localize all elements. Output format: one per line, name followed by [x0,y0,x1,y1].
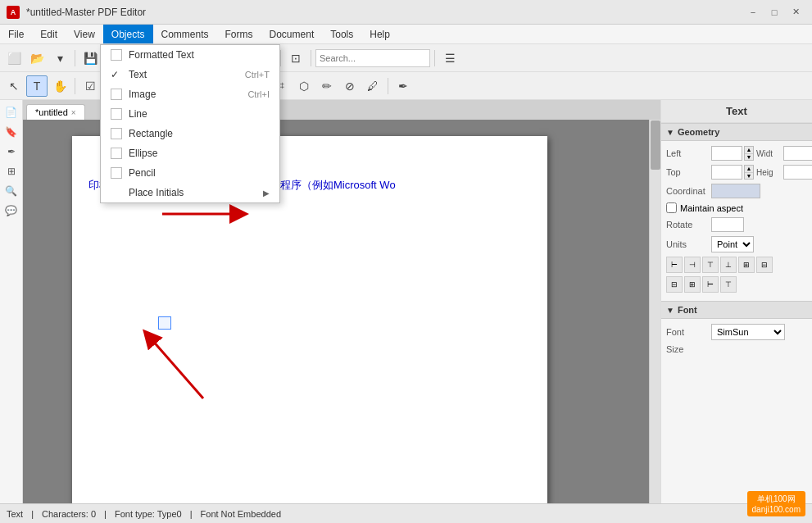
height-label: Heig [756,168,781,177]
font-select[interactable]: SimSun Arial Times New Roman [711,324,785,340]
open-dropdown[interactable]: ▾ [49,48,70,69]
align-right-icon[interactable]: ⊤ [702,257,719,273]
vertical-scrollbar[interactable] [649,120,660,503]
dist-top-icon[interactable]: ⊤ [720,276,737,293]
image-checkbox [111,89,122,100]
sidebar-bookmarks[interactable]: 🔖 [2,123,20,141]
rectangle-label: Rectangle [129,128,270,139]
page-tab-close[interactable]: × [71,108,76,117]
ellipse-checkbox [111,148,122,159]
size-row: Size [666,344,807,354]
menu-document[interactable]: Document [261,25,323,43]
pencil-draw-tool[interactable]: ✏ [316,75,338,97]
menu-forms[interactable]: Forms [217,25,261,43]
left-sidebar: 📄 🔖 ✒ ⊞ 🔍 💬 [0,100,23,503]
eraser-tool[interactable]: ⊘ [339,75,361,97]
text-tool[interactable]: T [26,75,48,97]
menu-tools[interactable]: Tools [322,25,361,43]
dist-center-h-icon[interactable]: ⊞ [684,276,701,293]
align-left-icon[interactable]: ⊢ [666,257,683,273]
menu-file[interactable]: File [0,25,32,43]
coordinate-input[interactable]: Absol [711,184,760,198]
menu-comments[interactable]: Comments [153,25,217,43]
units-row: Units Point mm inch [666,236,807,252]
menu-objects[interactable]: Objects [103,25,153,43]
align-bottom-icon[interactable]: ⊟ [756,257,773,273]
search-input[interactable] [315,49,430,67]
top-height-row: Top ▲ ▼ Heig ▲ ▼ [666,165,807,180]
font-label: Font [666,327,709,337]
close-button[interactable]: ✕ [786,4,805,20]
menu-item-formatted-text[interactable]: Formatted Text [101,45,279,65]
sep7 [75,78,75,94]
new-button[interactable]: ⬜ [3,48,25,69]
dist-right-icon[interactable]: ⊢ [702,276,719,293]
menu-item-text[interactable]: ✓ Text Ctrl+T [101,65,279,84]
menu-item-pencil[interactable]: Pencil [101,163,279,183]
height-spinner: ▲ ▼ [783,165,812,180]
geometry-section-header[interactable]: ▼ Geometry [661,123,812,141]
pencil-checkbox [111,167,122,179]
menu-edit[interactable]: Edit [32,25,66,43]
sidebar-comments[interactable]: 💬 [2,202,20,220]
left-arrows[interactable]: ▲ ▼ [744,146,754,161]
width-label: Widt [756,149,781,158]
hand-tool[interactable]: ✋ [49,75,70,97]
sign-tool[interactable]: ✒ [392,75,414,97]
align-top-icon[interactable]: ⊥ [720,257,737,273]
menu-help[interactable]: Help [361,25,398,43]
sidebar-pages[interactable]: 📄 [2,103,20,121]
scrollbar-thumb[interactable] [651,121,660,170]
width-value [783,146,812,161]
select-tool[interactable]: ↖ [3,75,25,97]
menu-item-rectangle[interactable]: Rectangle [101,124,279,143]
status-separator2: | [104,509,107,519]
minimize-button[interactable]: − [743,4,763,20]
open-button[interactable]: 📂 [26,48,48,69]
maximize-button[interactable]: □ [764,4,784,20]
menu-item-place-initials[interactable]: Place Initials ▶ [101,183,279,202]
align-center-v-icon[interactable]: ⊞ [738,257,755,273]
menu-item-line[interactable]: Line [101,104,279,124]
menu-button[interactable]: ☰ [439,48,460,69]
text-selection-box [158,316,171,330]
units-select[interactable]: Point mm inch [711,236,754,252]
coordinate-row: Coordinat Absol [666,184,807,198]
place-initials-label: Place Initials [129,187,256,198]
height-value [783,165,812,180]
shape-tool[interactable]: ⬡ [293,75,315,97]
maintain-aspect-checkbox[interactable] [666,202,677,213]
right-panel: Text ▼ Geometry Left ▲ ▼ Widt [660,100,812,503]
menu-item-image[interactable]: Image Ctrl+I [101,84,279,104]
fit-button[interactable]: ⊡ [285,48,306,69]
checkbox-tool[interactable]: ☑ [79,75,101,97]
objects-dropdown-menu: Formatted Text ✓ Text Ctrl+T Image Ctrl+… [100,44,280,203]
formatted-text-checkbox [111,49,122,61]
left-width-row: Left ▲ ▼ Widt ▲ ▼ [666,146,807,161]
watermark-line2: danji100.com [752,505,801,514]
top-arrows[interactable]: ▲ ▼ [744,165,754,180]
stamp-tool[interactable]: 🖊 [362,75,383,97]
menu-item-ellipse[interactable]: Ellipse [101,143,279,163]
sidebar-search[interactable]: 🔍 [2,182,20,200]
sidebar-layers[interactable]: ⊞ [2,162,20,180]
page-tab-untitled[interactable]: *untitled × [26,104,85,120]
sidebar-signatures[interactable]: ✒ [2,143,20,161]
sep5 [311,50,311,66]
menu-view[interactable]: View [66,25,103,43]
top-down[interactable]: ▼ [745,173,753,180]
font-section-header[interactable]: ▼ Font [661,301,812,319]
sep4 [280,50,281,66]
top-up[interactable]: ▲ [745,166,753,173]
align-icons-row1: ⊢ ⊣ ⊤ ⊥ ⊞ ⊟ [666,257,807,273]
status-text-label: Text [7,509,23,519]
rotate-input[interactable]: 0 [711,217,744,232]
rotate-row: Rotate 0 [666,217,807,232]
left-spinner: ▲ ▼ [711,146,754,161]
align-center-h-icon[interactable]: ⊣ [684,257,701,273]
left-down[interactable]: ▼ [745,154,753,161]
dist-left-icon[interactable]: ⊟ [666,276,683,293]
sep1 [75,50,75,66]
save-button[interactable]: 💾 [79,48,101,69]
left-up[interactable]: ▲ [745,147,753,154]
